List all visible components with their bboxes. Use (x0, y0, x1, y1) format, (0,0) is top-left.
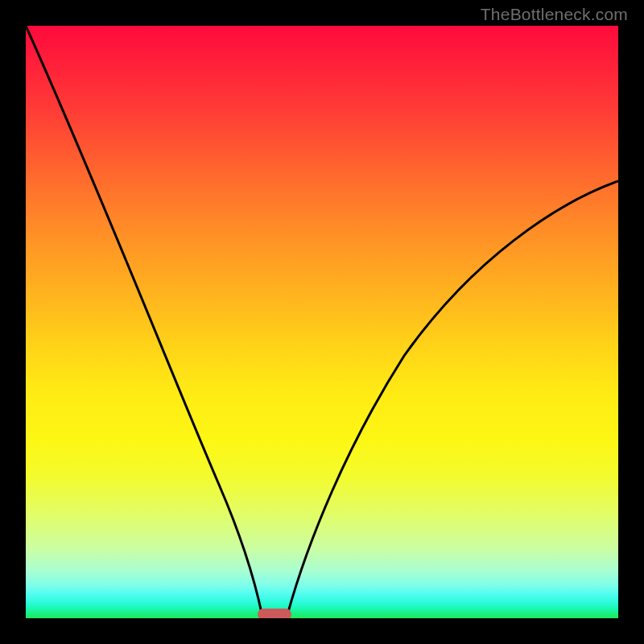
curve-layer (26, 26, 618, 618)
plot-area (26, 26, 618, 618)
watermark-text: TheBottleneck.com (481, 5, 628, 24)
chart-canvas: TheBottleneck.com (0, 0, 644, 644)
optimum-marker (258, 609, 291, 618)
left-curve-path (26, 26, 262, 618)
right-curve-path (287, 181, 618, 618)
